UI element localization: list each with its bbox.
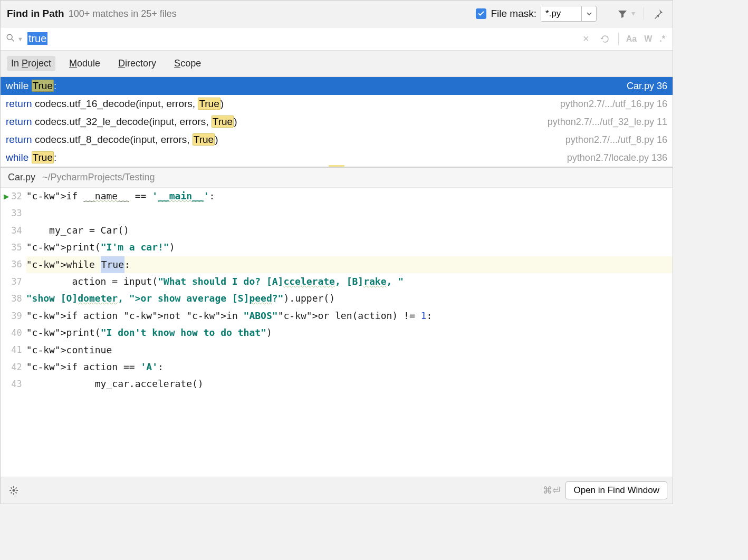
result-row[interactable]: return codecs.utf_16_decode(input, error… xyxy=(1,95,673,113)
result-row[interactable]: while True:Car.py 36 xyxy=(1,77,673,95)
search-input[interactable]: true xyxy=(26,31,575,47)
gear-icon[interactable] xyxy=(6,482,22,498)
preview-path: ~/PycharmProjects/Testing xyxy=(42,172,155,182)
result-row[interactable]: return codecs.utf_8_decode(input, errors… xyxy=(1,131,673,149)
pin-icon[interactable] xyxy=(650,6,666,22)
file-mask-label: File mask: xyxy=(491,8,536,20)
regex-toggle[interactable]: .* xyxy=(657,34,667,44)
clear-icon[interactable]: × xyxy=(578,31,594,47)
tab-module[interactable]: Module xyxy=(65,56,104,71)
svg-line-1 xyxy=(12,39,14,41)
result-row[interactable]: return codecs.utf_32_le_decode(input, er… xyxy=(1,113,673,131)
tab-directory[interactable]: Directory xyxy=(114,56,160,71)
filter-icon[interactable] xyxy=(615,6,630,22)
words-toggle[interactable]: W xyxy=(642,34,654,44)
tab-in-project[interactable]: In Project xyxy=(7,56,55,71)
search-bar: ▼ true × Aa W .* xyxy=(1,27,673,51)
svg-point-2 xyxy=(13,489,15,492)
svg-point-0 xyxy=(7,34,12,40)
open-in-find-window-button[interactable]: Open in Find Window xyxy=(565,481,667,499)
file-mask-input[interactable] xyxy=(541,6,581,21)
file-mask-checkbox[interactable] xyxy=(476,8,486,19)
dialog-title: Find in Path xyxy=(7,8,64,20)
match-count: 100+ matches in 25+ files xyxy=(69,8,177,20)
scope-tabs: In Project Module Directory Scope xyxy=(1,51,673,77)
line-gutter: ▶323334353637383940414243 xyxy=(1,188,26,477)
search-icon[interactable] xyxy=(6,33,15,44)
case-toggle[interactable]: Aa xyxy=(624,34,639,44)
preview-file: Car.py xyxy=(8,172,35,182)
shortcut-hint: ⌘⏎ xyxy=(543,485,560,496)
file-mask-combo[interactable] xyxy=(541,6,597,22)
result-row[interactable]: while True:python2.7/locale.py 136 xyxy=(1,149,673,167)
footer: ⌘⏎ Open in Find Window xyxy=(1,477,673,504)
code-lines: "c-kw">if __name__ == '__main__': my_car… xyxy=(26,188,673,477)
history-icon[interactable] xyxy=(597,31,613,47)
chevron-down-icon[interactable] xyxy=(581,6,596,21)
code-preview[interactable]: ▶323334353637383940414243 "c-kw">if __na… xyxy=(1,188,673,477)
preview-header: Car.py ~/PycharmProjects/Testing xyxy=(1,167,673,188)
results-list: while True:Car.py 36return codecs.utf_16… xyxy=(1,77,673,167)
tab-scope[interactable]: Scope xyxy=(170,56,205,71)
title-bar: Find in Path 100+ matches in 25+ files F… xyxy=(1,1,673,27)
